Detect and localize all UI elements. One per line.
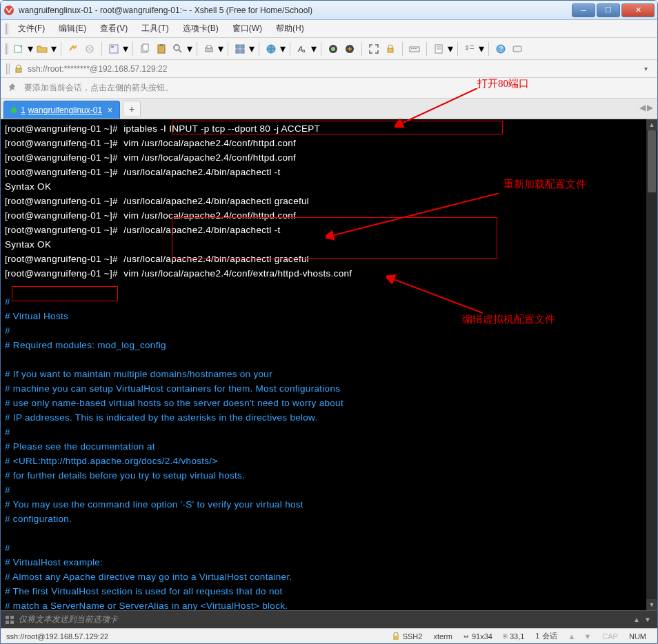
dropdown-icon[interactable]: ▾ xyxy=(280,41,286,57)
svg-rect-23 xyxy=(388,48,393,52)
dropdown-icon[interactable]: ▾ xyxy=(311,41,317,57)
status-num: NUM xyxy=(624,632,652,641)
disconnect-button[interactable] xyxy=(82,41,97,57)
scrollbar[interactable]: ▲ ▼ xyxy=(646,119,657,610)
tab-prev-icon[interactable]: ◀ xyxy=(639,103,646,112)
paste-button[interactable] xyxy=(154,41,169,57)
dropdown-icon[interactable]: ▾ xyxy=(123,41,128,57)
dropdown-icon[interactable]: ▾ xyxy=(51,41,57,57)
status-sessions: 1 会话 xyxy=(530,631,562,641)
svg-text:?: ? xyxy=(499,46,504,53)
svg-rect-38 xyxy=(10,616,14,619)
font-button[interactable]: Aa xyxy=(295,41,310,57)
dropdown-icon[interactable]: ▾ xyxy=(187,41,192,57)
lock-button[interactable] xyxy=(383,41,398,57)
svg-rect-35 xyxy=(513,46,521,52)
lock-icon xyxy=(14,64,23,74)
reconnect-button[interactable] xyxy=(66,41,81,57)
status-size: 91x34 xyxy=(472,632,492,641)
new-session-button[interactable]: + xyxy=(11,41,26,57)
chevron-up-icon[interactable]: ▲ xyxy=(631,616,642,623)
svg-rect-27 xyxy=(415,48,417,49)
dropdown-icon[interactable]: ▾ xyxy=(218,41,223,57)
command-input[interactable]: 仅将文本发送到当前选项卡 xyxy=(19,614,631,625)
pin-icon[interactable] xyxy=(8,83,19,94)
dropdown-icon[interactable]: ▾ xyxy=(28,41,33,57)
svg-rect-12 xyxy=(207,46,211,48)
scroll-down-icon[interactable]: ▼ xyxy=(646,599,657,610)
keyboard-button[interactable] xyxy=(407,41,422,57)
menu-help[interactable]: 帮助(H) xyxy=(270,21,310,37)
svg-point-0 xyxy=(4,6,14,15)
svg-rect-4 xyxy=(110,45,118,53)
dropdown-icon[interactable]: ▾ xyxy=(479,41,484,57)
address-text[interactable]: ssh://root:********@192.168.57.129:22 xyxy=(28,64,640,74)
input-bar: 仅将文本发送到当前选项卡 ▲ ▼ xyxy=(1,610,657,628)
menu-edit[interactable]: 编辑(E) xyxy=(53,21,92,37)
menu-window[interactable]: 窗口(W) xyxy=(227,21,268,37)
nav-up-icon[interactable]: ▲ xyxy=(568,632,576,641)
address-bar: ssh://root:********@192.168.57.129:22 ▾ xyxy=(1,60,657,78)
tab-active[interactable]: 1 wangruifenglinux-01 × xyxy=(3,101,120,119)
menu-tabs[interactable]: 选项卡(B) xyxy=(177,21,224,37)
svg-rect-41 xyxy=(393,636,399,640)
view-button[interactable] xyxy=(462,41,477,57)
svg-rect-7 xyxy=(143,44,148,51)
svg-rect-36 xyxy=(16,68,21,72)
dropdown-icon[interactable]: ▾ xyxy=(640,63,652,74)
scroll-thumb[interactable] xyxy=(648,130,656,192)
tab-close-icon[interactable]: × xyxy=(108,105,112,115)
menu-view[interactable]: 查看(V) xyxy=(94,21,133,37)
status-term: xterm xyxy=(428,632,458,641)
svg-point-10 xyxy=(174,45,179,50)
svg-rect-5 xyxy=(111,46,114,48)
grip-icon xyxy=(5,43,8,54)
find-button[interactable] xyxy=(170,41,186,57)
open-folder-button[interactable] xyxy=(34,41,50,57)
grid-icon[interactable] xyxy=(5,615,14,625)
new-tab-button[interactable]: + xyxy=(123,101,141,117)
menu-tools[interactable]: 工具(T) xyxy=(136,21,174,37)
svg-text:a: a xyxy=(302,48,306,54)
maximize-button[interactable]: ☐ xyxy=(597,3,620,17)
print-button[interactable] xyxy=(201,41,217,57)
grip-icon xyxy=(6,63,10,74)
svg-rect-37 xyxy=(6,616,9,619)
help-button[interactable]: ? xyxy=(493,41,508,57)
svg-rect-24 xyxy=(410,47,419,52)
globe-button[interactable] xyxy=(263,41,279,57)
app-window: wangruifenglinux-01 - root@wangruifeng-0… xyxy=(0,0,658,644)
svg-rect-31 xyxy=(470,46,474,46)
svg-rect-15 xyxy=(236,50,239,53)
status-cap: CAP xyxy=(597,632,624,641)
svg-rect-30 xyxy=(466,48,468,50)
minimize-button[interactable]: ─ xyxy=(572,3,595,17)
properties-button[interactable] xyxy=(106,41,121,57)
svg-rect-29 xyxy=(466,46,468,48)
svg-rect-9 xyxy=(160,44,163,46)
about-button[interactable] xyxy=(510,41,525,57)
nav-down-icon[interactable]: ▼ xyxy=(584,632,591,641)
menu-file[interactable]: 文件(F) xyxy=(12,21,50,37)
layout-button[interactable] xyxy=(232,41,248,57)
app-icon xyxy=(3,5,14,16)
terminal-content: [root@wangruifeng-01 ~]# iptables -I INP… xyxy=(1,119,657,610)
xftp-button[interactable] xyxy=(342,41,357,57)
svg-rect-26 xyxy=(413,48,415,49)
window-title: wangruifenglinux-01 - root@wangruifeng-0… xyxy=(19,6,570,15)
chevron-down-icon[interactable]: ▼ xyxy=(642,616,653,623)
svg-rect-39 xyxy=(6,621,9,624)
status-dot-icon xyxy=(11,108,17,113)
terminal[interactable]: [root@wangruifeng-01 ~]# iptables -I INP… xyxy=(1,119,657,610)
scroll-up-icon[interactable]: ▲ xyxy=(646,119,657,130)
xagent-button[interactable] xyxy=(326,41,341,57)
close-button[interactable]: ✕ xyxy=(621,3,655,17)
script-button[interactable] xyxy=(431,41,446,57)
dropdown-icon[interactable]: ▾ xyxy=(249,41,255,57)
menubar: 文件(F) 编辑(E) 查看(V) 工具(T) 选项卡(B) 窗口(W) 帮助(… xyxy=(1,20,657,38)
toolbar: + ▾ ▾ ▾ ▾ ▾ ▾ ▾ Aa ▾ ▾ xyxy=(1,38,657,60)
fullscreen-button[interactable] xyxy=(366,41,381,57)
tab-next-icon[interactable]: ▶ xyxy=(647,103,653,112)
copy-button[interactable] xyxy=(137,41,152,57)
dropdown-icon[interactable]: ▾ xyxy=(448,41,453,57)
